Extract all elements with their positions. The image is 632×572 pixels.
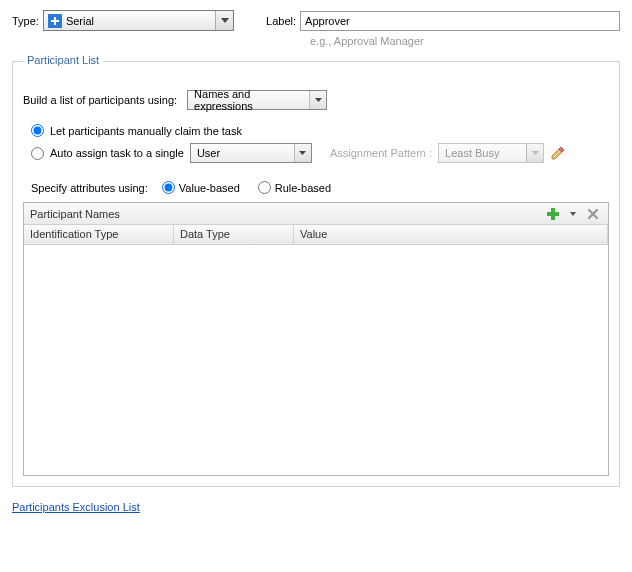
fieldset-legend: Participant List [23, 54, 103, 66]
type-select[interactable]: Serial [43, 10, 234, 31]
spec-label: Specify attributes using: [31, 182, 148, 194]
chevron-down-icon [215, 11, 233, 30]
build-value: Names and expressions [194, 88, 306, 112]
build-label: Build a list of participants using: [23, 94, 177, 106]
label-hint: e.g., Approval Manager [310, 35, 620, 47]
auto-target-select[interactable]: User [190, 143, 312, 163]
delete-button[interactable] [584, 205, 602, 223]
label-input[interactable] [300, 11, 620, 31]
col-value[interactable]: Value [294, 225, 608, 244]
table-body [24, 245, 608, 475]
add-button[interactable] [544, 205, 562, 223]
value-based-radio[interactable] [162, 181, 175, 194]
add-dropdown-icon[interactable] [564, 205, 582, 223]
auto-radio[interactable] [31, 147, 44, 160]
chevron-down-icon [526, 144, 543, 162]
table-title: Participant Names [30, 208, 542, 220]
svg-rect-1 [547, 212, 559, 216]
claim-label: Let participants manually claim the task [50, 125, 242, 137]
label-label: Label: [266, 15, 296, 27]
rule-based-label: Rule-based [275, 182, 331, 194]
pattern-select: Least Busy [438, 143, 544, 163]
serial-icon [48, 14, 62, 28]
chevron-down-icon [294, 144, 311, 162]
col-identification-type[interactable]: Identification Type [24, 225, 174, 244]
value-based-label: Value-based [179, 182, 240, 194]
rule-based-option[interactable]: Rule-based [258, 181, 331, 194]
build-select[interactable]: Names and expressions [187, 90, 327, 110]
value-based-option[interactable]: Value-based [162, 181, 240, 194]
type-label: Type: [12, 15, 39, 27]
participants-exclusion-link[interactable]: Participants Exclusion List [12, 501, 140, 513]
edit-icon[interactable] [550, 145, 566, 161]
type-value: Serial [66, 15, 94, 27]
participant-list-fieldset: Participant List Build a list of partici… [12, 61, 620, 487]
pattern-value: Least Busy [445, 147, 499, 159]
claim-radio[interactable] [31, 124, 44, 137]
pattern-label: Assignment Pattern : [330, 147, 432, 159]
rule-based-radio[interactable] [258, 181, 271, 194]
participant-names-table: Participant Names Identification Type Da… [23, 202, 609, 476]
col-data-type[interactable]: Data Type [174, 225, 294, 244]
chevron-down-icon [309, 91, 326, 109]
auto-label: Auto assign task to a single [50, 147, 184, 159]
auto-target-value: User [197, 147, 220, 159]
